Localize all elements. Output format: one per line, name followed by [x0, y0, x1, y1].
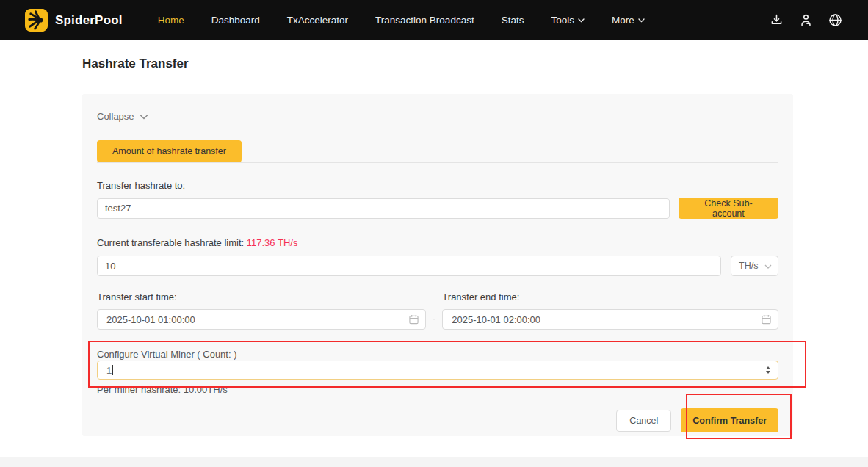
virtual-miner-label: Configure Virtual Miner ( Count: ) — [97, 349, 778, 360]
user-icon[interactable] — [798, 12, 814, 28]
chevron-down-icon — [638, 18, 645, 23]
transferable-limit-label: Current transferable hashrate limit: — [97, 237, 244, 248]
transferable-limit-text: Current transferable hashrate limit: 117… — [97, 237, 778, 248]
nav-item-txaccelerator[interactable]: TxAccelerator — [287, 15, 348, 26]
globe-icon[interactable] — [828, 12, 843, 28]
start-time-value: 2025-10-01 01:00:00 — [106, 314, 195, 325]
chevron-down-icon — [140, 111, 148, 122]
check-subaccount-button[interactable]: Check Sub-account — [679, 198, 778, 219]
transfer-to-input[interactable] — [97, 198, 670, 219]
count-stepper[interactable] — [764, 365, 772, 375]
tab-amount-of-hashrate-transfer[interactable]: Amount of hashrate transfer — [97, 140, 242, 162]
start-time-input[interactable]: 2025-10-01 01:00:00 — [97, 309, 426, 330]
virtual-miner-count-value: 1 — [106, 365, 112, 376]
calendar-icon — [762, 314, 771, 325]
date-range-separator: - — [433, 313, 435, 330]
nav-item-transaction-broadcast[interactable]: Transaction Broadcast — [375, 15, 474, 26]
per-miner-hashrate-text: Per miner hashrate: 10.00TH/s — [97, 384, 778, 395]
nav-item-stats[interactable]: Stats — [502, 15, 524, 26]
chevron-down-icon — [764, 261, 772, 271]
virtual-miner-count-input[interactable]: 1 — [97, 361, 778, 380]
end-time-input[interactable]: 2025-10-01 02:00:00 — [442, 309, 778, 330]
footer-strip — [0, 457, 868, 467]
chevron-down-icon — [578, 18, 585, 23]
nav-links: Home Dashboard TxAccelerator Transaction… — [158, 15, 672, 26]
text-cursor — [112, 365, 113, 375]
cancel-button[interactable]: Cancel — [616, 410, 671, 432]
brand-name: SpiderPool — [55, 13, 123, 28]
hashrate-transfer-panel: Collapse Amount of hashrate transfer Tra… — [82, 94, 793, 436]
end-time-value: 2025-10-01 02:00:00 — [452, 314, 540, 325]
nav-actions — [769, 12, 843, 28]
nav-item-home[interactable]: Home — [158, 15, 184, 26]
download-icon[interactable] — [769, 12, 784, 28]
calendar-icon — [409, 314, 419, 325]
transfer-to-label: Transfer hashrate to: — [97, 180, 778, 191]
stepper-down-icon[interactable] — [766, 371, 770, 374]
nav-item-more[interactable]: More — [612, 15, 645, 26]
top-navbar: SpiderPool Home Dashboard TxAccelerator … — [0, 0, 868, 40]
page-title: Hashrate Transfer — [82, 57, 189, 71]
confirm-transfer-button[interactable]: Confirm Transfer — [681, 408, 778, 432]
stepper-up-icon[interactable] — [766, 366, 770, 369]
transferable-limit-value: 117.36 TH/s — [247, 237, 298, 248]
start-time-label: Transfer start time: — [97, 292, 426, 303]
nav-item-tools[interactable]: Tools — [551, 15, 585, 26]
spiderpool-logo-icon — [25, 9, 48, 32]
nav-item-dashboard[interactable]: Dashboard — [211, 15, 260, 26]
end-time-label: Transfer end time: — [442, 292, 778, 303]
unit-select-value: TH/s — [739, 261, 758, 271]
unit-select[interactable]: TH/s — [731, 256, 778, 276]
collapse-toggle[interactable]: Collapse — [97, 111, 148, 122]
tab-bar: Amount of hashrate transfer — [97, 140, 778, 163]
brand-logo[interactable]: SpiderPool — [25, 9, 123, 32]
amount-input[interactable] — [97, 256, 721, 276]
